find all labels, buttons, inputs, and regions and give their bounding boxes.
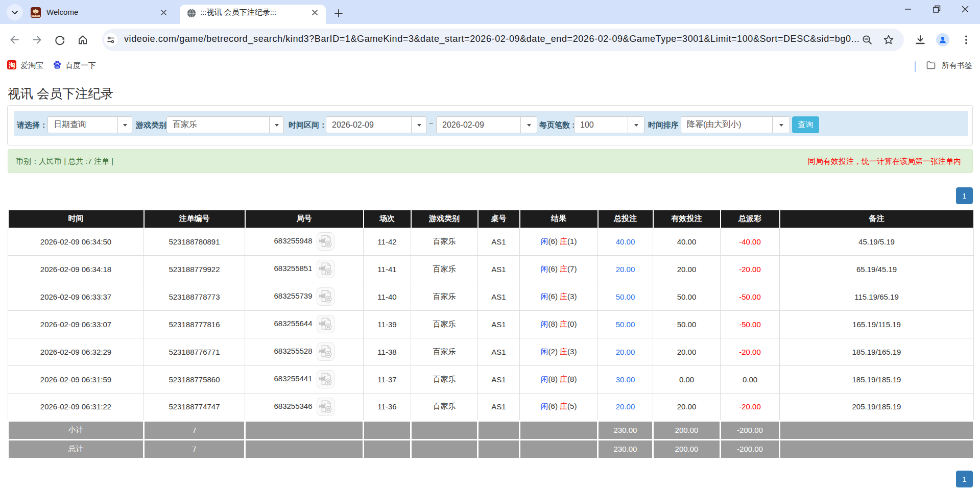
svg-text:du: du [55, 65, 59, 68]
svg-text:淘: 淘 [9, 62, 15, 69]
